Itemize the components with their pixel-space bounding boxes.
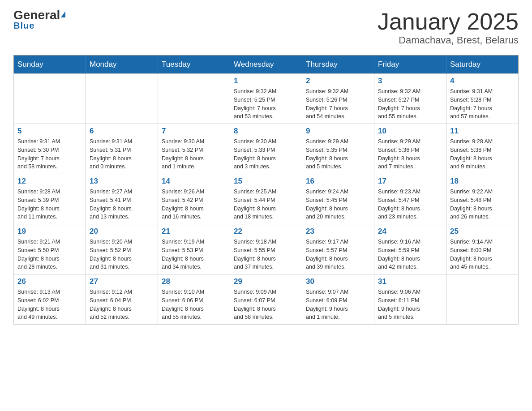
- table-row: 17Sunrise: 9:23 AMSunset: 5:47 PMDayligh…: [374, 174, 446, 224]
- table-row: [158, 74, 230, 124]
- day-info: Sunrise: 9:29 AMSunset: 5:36 PMDaylight:…: [378, 137, 442, 171]
- day-info: Sunrise: 9:31 AMSunset: 5:30 PMDaylight:…: [17, 137, 82, 171]
- day-info: Sunrise: 9:25 AMSunset: 5:44 PMDaylight:…: [234, 188, 298, 221]
- day-info: Sunrise: 9:21 AMSunset: 5:50 PMDaylight:…: [17, 238, 82, 271]
- table-row: 22Sunrise: 9:18 AMSunset: 5:55 PMDayligh…: [230, 224, 302, 274]
- table-row: 19Sunrise: 9:21 AMSunset: 5:50 PMDayligh…: [14, 224, 86, 274]
- title-block: January 2025 Damachava, Brest, Belarus: [378, 9, 519, 46]
- col-sunday: Sunday: [14, 56, 86, 74]
- day-number: 13: [90, 177, 154, 186]
- table-row: 3Sunrise: 9:32 AMSunset: 5:27 PMDaylight…: [374, 74, 446, 124]
- table-row: 11Sunrise: 9:28 AMSunset: 5:38 PMDayligh…: [446, 124, 519, 174]
- table-row: 30Sunrise: 9:07 AMSunset: 6:09 PMDayligh…: [302, 274, 374, 325]
- day-info: Sunrise: 9:29 AMSunset: 5:35 PMDaylight:…: [306, 137, 370, 171]
- col-tuesday: Tuesday: [158, 56, 230, 74]
- calendar-week-row: 12Sunrise: 9:28 AMSunset: 5:39 PMDayligh…: [14, 174, 519, 224]
- day-number: 25: [450, 227, 515, 236]
- day-number: 18: [450, 177, 515, 186]
- day-info: Sunrise: 9:22 AMSunset: 5:48 PMDaylight:…: [450, 188, 515, 221]
- day-number: 31: [378, 277, 442, 286]
- table-row: 6Sunrise: 9:31 AMSunset: 5:31 PMDaylight…: [86, 124, 158, 174]
- calendar-week-row: 19Sunrise: 9:21 AMSunset: 5:50 PMDayligh…: [14, 224, 519, 274]
- table-row: 14Sunrise: 9:26 AMSunset: 5:42 PMDayligh…: [158, 174, 230, 224]
- table-row: 27Sunrise: 9:12 AMSunset: 6:04 PMDayligh…: [86, 274, 158, 325]
- day-info: Sunrise: 9:19 AMSunset: 5:53 PMDaylight:…: [162, 238, 226, 271]
- day-info: Sunrise: 9:27 AMSunset: 5:41 PMDaylight:…: [90, 188, 154, 221]
- table-row: 9Sunrise: 9:29 AMSunset: 5:35 PMDaylight…: [302, 124, 374, 174]
- day-number: 21: [162, 227, 226, 236]
- calendar-week-row: 26Sunrise: 9:13 AMSunset: 6:02 PMDayligh…: [14, 274, 519, 325]
- day-number: 8: [234, 127, 298, 136]
- col-wednesday: Wednesday: [230, 56, 302, 74]
- day-info: Sunrise: 9:09 AMSunset: 6:07 PMDaylight:…: [234, 288, 298, 321]
- day-number: 16: [306, 177, 370, 186]
- day-info: Sunrise: 9:07 AMSunset: 6:09 PMDaylight:…: [306, 288, 370, 321]
- day-number: 27: [90, 277, 154, 286]
- day-number: 5: [17, 127, 82, 136]
- day-number: 30: [306, 277, 370, 286]
- day-number: 9: [306, 127, 370, 136]
- table-row: 12Sunrise: 9:28 AMSunset: 5:39 PMDayligh…: [14, 174, 86, 224]
- day-info: Sunrise: 9:20 AMSunset: 5:52 PMDaylight:…: [90, 238, 154, 271]
- day-number: 15: [234, 177, 298, 186]
- table-row: 13Sunrise: 9:27 AMSunset: 5:41 PMDayligh…: [86, 174, 158, 224]
- table-row: 1Sunrise: 9:32 AMSunset: 5:25 PMDaylight…: [230, 74, 302, 124]
- table-row: 7Sunrise: 9:30 AMSunset: 5:32 PMDaylight…: [158, 124, 230, 174]
- day-info: Sunrise: 9:18 AMSunset: 5:55 PMDaylight:…: [234, 238, 298, 271]
- table-row: 2Sunrise: 9:32 AMSunset: 5:26 PMDaylight…: [302, 74, 374, 124]
- day-info: Sunrise: 9:16 AMSunset: 5:59 PMDaylight:…: [378, 238, 442, 271]
- table-row: 8Sunrise: 9:30 AMSunset: 5:33 PMDaylight…: [230, 124, 302, 174]
- table-row: 10Sunrise: 9:29 AMSunset: 5:36 PMDayligh…: [374, 124, 446, 174]
- table-row: 26Sunrise: 9:13 AMSunset: 6:02 PMDayligh…: [14, 274, 86, 325]
- day-info: Sunrise: 9:32 AMSunset: 5:26 PMDaylight:…: [306, 87, 370, 121]
- day-number: 28: [162, 277, 226, 286]
- table-row: 4Sunrise: 9:31 AMSunset: 5:28 PMDaylight…: [446, 74, 519, 124]
- table-row: 5Sunrise: 9:31 AMSunset: 5:30 PMDaylight…: [14, 124, 86, 174]
- day-number: 23: [306, 227, 370, 236]
- table-row: 18Sunrise: 9:22 AMSunset: 5:48 PMDayligh…: [446, 174, 519, 224]
- col-monday: Monday: [86, 56, 158, 74]
- logo: General Blue: [13, 9, 65, 31]
- day-info: Sunrise: 9:13 AMSunset: 6:02 PMDaylight:…: [17, 288, 82, 321]
- col-friday: Friday: [374, 56, 446, 74]
- table-row: 29Sunrise: 9:09 AMSunset: 6:07 PMDayligh…: [230, 274, 302, 325]
- table-row: [14, 74, 86, 124]
- day-number: 22: [234, 227, 298, 236]
- table-row: 21Sunrise: 9:19 AMSunset: 5:53 PMDayligh…: [158, 224, 230, 274]
- day-info: Sunrise: 9:30 AMSunset: 5:33 PMDaylight:…: [234, 137, 298, 171]
- col-thursday: Thursday: [302, 56, 374, 74]
- location: Damachava, Brest, Belarus: [378, 34, 519, 46]
- table-row: 28Sunrise: 9:10 AMSunset: 6:06 PMDayligh…: [158, 274, 230, 325]
- table-row: 31Sunrise: 9:06 AMSunset: 6:11 PMDayligh…: [374, 274, 446, 325]
- day-number: 1: [234, 77, 298, 86]
- day-info: Sunrise: 9:28 AMSunset: 5:39 PMDaylight:…: [17, 188, 82, 221]
- day-info: Sunrise: 9:32 AMSunset: 5:27 PMDaylight:…: [378, 87, 442, 121]
- day-number: 12: [17, 177, 82, 186]
- table-row: [86, 74, 158, 124]
- day-info: Sunrise: 9:26 AMSunset: 5:42 PMDaylight:…: [162, 188, 226, 221]
- day-number: 7: [162, 127, 226, 136]
- day-info: Sunrise: 9:31 AMSunset: 5:31 PMDaylight:…: [90, 137, 154, 171]
- calendar-week-row: 1Sunrise: 9:32 AMSunset: 5:25 PMDaylight…: [14, 74, 519, 124]
- calendar-week-row: 5Sunrise: 9:31 AMSunset: 5:30 PMDaylight…: [14, 124, 519, 174]
- day-info: Sunrise: 9:28 AMSunset: 5:38 PMDaylight:…: [450, 137, 515, 171]
- day-number: 10: [378, 127, 442, 136]
- day-number: 17: [378, 177, 442, 186]
- day-info: Sunrise: 9:12 AMSunset: 6:04 PMDaylight:…: [90, 288, 154, 321]
- day-number: 20: [90, 227, 154, 236]
- calendar-header-row: Sunday Monday Tuesday Wednesday Thursday…: [14, 56, 519, 74]
- day-number: 11: [450, 127, 515, 136]
- table-row: 25Sunrise: 9:14 AMSunset: 6:00 PMDayligh…: [446, 224, 519, 274]
- day-number: 3: [378, 77, 442, 86]
- table-row: 23Sunrise: 9:17 AMSunset: 5:57 PMDayligh…: [302, 224, 374, 274]
- page-header: General Blue January 2025 Damachava, Bre…: [13, 9, 519, 46]
- col-saturday: Saturday: [446, 56, 519, 74]
- logo-general: General: [13, 9, 65, 21]
- day-number: 14: [162, 177, 226, 186]
- day-number: 19: [17, 227, 82, 236]
- table-row: 20Sunrise: 9:20 AMSunset: 5:52 PMDayligh…: [86, 224, 158, 274]
- table-row: [446, 274, 519, 325]
- day-info: Sunrise: 9:17 AMSunset: 5:57 PMDaylight:…: [306, 238, 370, 271]
- logo-blue: Blue: [13, 21, 34, 31]
- day-number: 29: [234, 277, 298, 286]
